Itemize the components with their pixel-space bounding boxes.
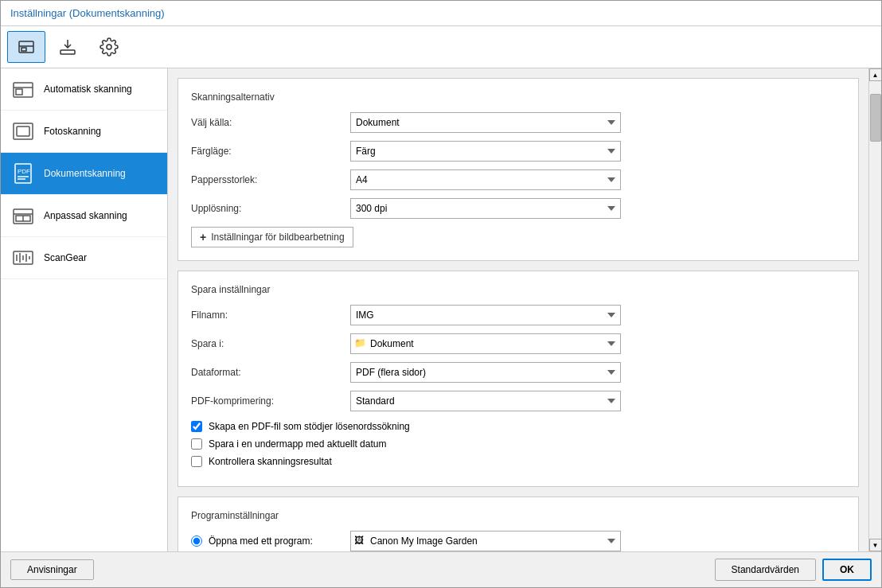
content-area: Skanningsalternativ Välj källa: Dokument… [168,68,868,551]
data-format-select[interactable]: PDF PDF (flera sidor) JPEG TIFF PNG [350,362,621,383]
open-with-label[interactable]: Öppna med ett program: [209,535,313,547]
title-bar: Inställningar (Dokumentskanning) [1,1,881,26]
color-row: Färgläge: Färg Gråskala Svartvitt [191,141,845,162]
save-in-row: Spara i: 📁 Dokument [191,333,845,354]
svg-rect-2 [21,48,26,51]
paper-row: Pappersstorlek: A4 A3 Letter Legal [191,169,845,190]
checkbox3-row: Kontrollera skanningsresultat [191,456,845,467]
data-format-row: Dataformat: PDF PDF (flera sidor) JPEG T… [191,362,845,383]
custom-scan-icon [10,203,36,228]
save-in-control: 📁 Dokument [350,333,621,354]
save-settings-title: Spara inställningar [191,284,845,295]
paper-control: A4 A3 Letter Legal [350,169,621,190]
filename-row: Filnamn: IMG [191,305,845,325]
sidebar-item-custom-scan[interactable]: Anpassad skanning [1,195,167,237]
main-window: Inställningar (Dokumentskanning) [0,0,882,588]
pdf-searchable-label[interactable]: Skapa en PDF-fil som stödjer lösenordssö… [209,421,410,432]
color-select[interactable]: Färg Gråskala Svartvitt [350,141,621,162]
toolbar-scan-tab[interactable] [7,31,45,63]
save-in-label: Spara i: [191,338,350,349]
save-in-select[interactable]: Dokument [350,333,621,354]
source-row: Välj källa: Dokument Foto Automatisk [191,112,845,133]
sidebar-item-auto-scan[interactable]: Automatisk skanning [1,68,167,111]
sidebar-item-photo-scan[interactable]: Fotoskanning [1,111,167,153]
source-control: Dokument Foto Automatisk [350,112,621,133]
footer: Anvisningar Standardvärden OK [1,551,881,587]
image-settings-row: + Inställningar för bildbearbetning [191,227,845,247]
check-result-checkbox[interactable] [191,456,202,467]
scrollbar-thumb[interactable] [870,94,881,142]
content-wrapper: Skanningsalternativ Välj källa: Dokument… [168,68,881,551]
resolution-control: 75 dpi 150 dpi 300 dpi 600 dpi [350,198,621,219]
save-settings-section: Spara inställningar Filnamn: IMG Spara i… [178,271,859,487]
program-settings-title: Programinställningar [191,510,845,521]
image-settings-label: Inställningar för bildbearbetning [211,232,344,243]
resolution-row: Upplösning: 75 dpi 150 dpi 300 dpi 600 d… [191,198,845,219]
checkbox2-row: Spara i en undermapp med aktuellt datum [191,438,845,450]
open-with-radio-container: Öppna med ett program: [191,535,350,547]
auto-scan-icon [10,76,36,102]
scroll-down-button[interactable]: ▼ [869,539,882,551]
footer-right-buttons: Standardvärden OK [715,559,872,581]
open-with-row: Öppna med ett program: 🖼 Canon My Image … [191,531,845,551]
svg-rect-8 [17,127,29,136]
toolbar [1,26,881,68]
window-title: Inställningar (Dokumentskanning) [10,7,165,19]
filename-select[interactable]: IMG [350,305,621,325]
paper-label: Pappersstorlek: [191,174,350,185]
document-scan-icon: PDF [10,161,36,186]
scrollbar[interactable]: ▲ ▼ [868,68,881,551]
scroll-up-button[interactable]: ▲ [869,68,882,81]
svg-rect-3 [60,50,75,54]
svg-rect-6 [16,89,22,95]
sidebar-item-photo-scan-label: Fotoskanning [44,126,101,137]
program-settings-section: Programinställningar Öppna med ett progr… [178,496,859,551]
paper-select[interactable]: A4 A3 Letter Legal [350,169,621,190]
sidebar-item-custom-scan-label: Anpassad skanning [44,210,127,221]
sidebar-item-document-scan-label: Dokumentskanning [44,168,126,179]
pdf-compression-row: PDF-komprimering: Standard Hög [191,391,845,411]
scan-options-title: Skanningsalternativ [191,92,845,103]
check-result-label[interactable]: Kontrollera skanningsresultat [209,456,332,467]
source-select[interactable]: Dokument Foto Automatisk [350,112,621,133]
filename-label: Filnamn: [191,310,350,321]
svg-text:PDF: PDF [18,168,30,175]
color-control: Färg Gråskala Svartvitt [350,141,621,162]
save-subfolder-checkbox[interactable] [191,438,202,450]
sidebar-item-auto-scan-label: Automatisk skanning [44,84,132,95]
sidebar-item-scangear-label: ScanGear [44,252,87,263]
save-subfolder-label[interactable]: Spara i en undermapp med aktuellt datum [209,438,386,450]
data-format-control: PDF PDF (flera sidor) JPEG TIFF PNG [350,362,621,383]
source-label: Välj källa: [191,117,350,128]
toolbar-settings-tab[interactable] [90,31,128,63]
filename-control: IMG [350,305,621,325]
expand-icon: + [200,231,206,243]
resolution-select[interactable]: 75 dpi 150 dpi 300 dpi 600 dpi [350,198,621,219]
image-settings-button[interactable]: + Inställningar för bildbearbetning [191,227,353,247]
pdf-compression-select[interactable]: Standard Hög [350,391,621,411]
sidebar: Automatisk skanning Fotoskanning PDF [1,68,168,551]
color-label: Färgläge: [191,146,350,157]
open-with-control: 🖼 Canon My Image Garden Ingen [350,531,621,551]
sidebar-item-scangear[interactable]: ScanGear [1,237,167,279]
open-with-radio[interactable] [191,535,202,547]
pdf-compression-control: Standard Hög [350,391,621,411]
toolbar-save-tab[interactable] [49,31,87,63]
pdf-compression-label: PDF-komprimering: [191,395,350,407]
scangear-icon [10,245,36,271]
program-select[interactable]: Canon My Image Garden Ingen [350,531,621,551]
help-button[interactable]: Anvisningar [10,559,94,580]
resolution-label: Upplösning: [191,203,350,214]
sidebar-item-document-scan[interactable]: PDF Dokumentskanning [1,153,167,195]
checkbox1-row: Skapa en PDF-fil som stödjer lösenordssö… [191,421,845,432]
defaults-button[interactable]: Standardvärden [715,559,816,581]
scan-options-section: Skanningsalternativ Välj källa: Dokument… [178,78,859,261]
main-content: Automatisk skanning Fotoskanning PDF [1,68,881,551]
pdf-searchable-checkbox[interactable] [191,421,202,432]
data-format-label: Dataformat: [191,367,350,378]
ok-button[interactable]: OK [822,559,872,581]
photo-scan-icon [10,119,36,144]
